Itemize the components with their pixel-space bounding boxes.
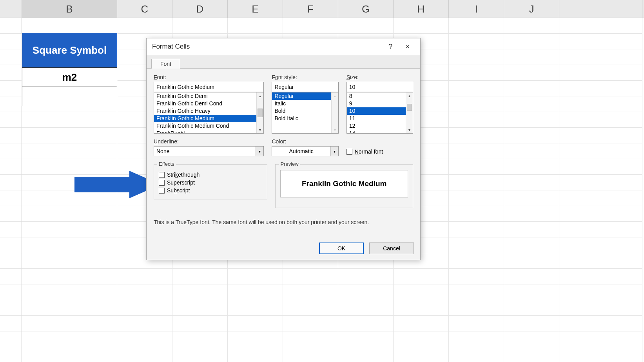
cell[interactable]	[504, 96, 559, 112]
cell[interactable]	[559, 175, 642, 190]
cell[interactable]	[283, 300, 338, 316]
cell[interactable]	[228, 300, 283, 316]
cell[interactable]	[228, 331, 283, 347]
cell[interactable]	[338, 331, 394, 347]
cell[interactable]	[117, 347, 172, 362]
list-item[interactable]: Franklin Gothic Medium	[154, 115, 256, 122]
cell[interactable]	[117, 331, 172, 347]
col-head-j[interactable]: J	[504, 0, 559, 18]
cell[interactable]	[22, 331, 117, 347]
cell[interactable]	[449, 18, 504, 34]
close-button[interactable]: ×	[399, 38, 416, 55]
cell[interactable]	[22, 143, 117, 159]
cell[interactable]	[559, 284, 642, 300]
cell[interactable]	[449, 49, 504, 65]
list-item[interactable]: Franklin Gothic Demi	[154, 92, 256, 100]
col-head-i[interactable]: I	[449, 0, 504, 18]
color-dropdown[interactable]: Automatic ▾	[272, 146, 338, 156]
cell[interactable]	[22, 128, 117, 143]
list-item[interactable]: 11	[347, 115, 406, 122]
font-scrollbar[interactable]: ▴ ▾	[256, 92, 263, 133]
cell[interactable]	[504, 222, 559, 237]
cell[interactable]	[559, 269, 642, 284]
cell[interactable]	[172, 284, 228, 300]
cell[interactable]	[504, 300, 559, 316]
cell[interactable]	[559, 143, 642, 159]
cell[interactable]	[283, 284, 338, 300]
cell[interactable]	[283, 347, 338, 362]
scroll-up-icon[interactable]: ▴	[332, 92, 338, 99]
cell[interactable]	[504, 253, 559, 269]
cell[interactable]	[283, 316, 338, 331]
cell[interactable]	[449, 159, 504, 175]
cell[interactable]	[559, 49, 642, 65]
cell[interactable]	[394, 269, 449, 284]
list-item[interactable]: 8	[347, 92, 406, 100]
cell[interactable]	[504, 128, 559, 143]
font-style-input[interactable]: Regular	[272, 82, 338, 92]
cell[interactable]	[449, 96, 504, 112]
cell[interactable]	[559, 128, 642, 143]
cell[interactable]	[394, 331, 449, 347]
cell[interactable]	[117, 18, 172, 34]
cell[interactable]	[504, 81, 559, 96]
chevron-down-icon[interactable]: ▾	[330, 147, 338, 156]
scroll-up-icon[interactable]: ▴	[257, 92, 263, 99]
list-item[interactable]: 14	[347, 130, 406, 133]
list-item[interactable]: Italic	[272, 100, 331, 107]
cell[interactable]	[449, 175, 504, 190]
font-list[interactable]: Franklin Gothic DemiFranklin Gothic Demi…	[154, 92, 264, 134]
cell[interactable]	[449, 284, 504, 300]
cell[interactable]	[504, 143, 559, 159]
subscript-checkbox[interactable]: Subscript	[159, 187, 262, 194]
list-item[interactable]: Bold	[272, 107, 331, 115]
scroll-up-icon[interactable]: ▴	[406, 92, 413, 99]
list-item[interactable]: 9	[347, 100, 406, 107]
cell[interactable]	[117, 300, 172, 316]
style-scrollbar[interactable]: ▴ ▾	[331, 92, 338, 133]
cell[interactable]	[338, 316, 394, 331]
cell[interactable]	[394, 316, 449, 331]
cell[interactable]	[559, 206, 642, 222]
cell[interactable]	[559, 331, 642, 347]
cell[interactable]	[394, 347, 449, 362]
cell[interactable]	[449, 81, 504, 96]
cell[interactable]	[559, 347, 642, 362]
list-item[interactable]: Franklin Gothic Demi Cond	[154, 100, 256, 107]
cell[interactable]	[559, 159, 642, 175]
cell[interactable]	[504, 269, 559, 284]
cell[interactable]	[338, 300, 394, 316]
cell[interactable]	[504, 347, 559, 362]
cell[interactable]	[228, 284, 283, 300]
superscript-checkbox[interactable]: Superscript	[159, 179, 262, 186]
cell-value[interactable]: m2	[22, 68, 117, 87]
list-item[interactable]: FrankRuehl	[154, 130, 256, 133]
cell[interactable]	[228, 347, 283, 362]
cell[interactable]	[22, 112, 117, 128]
col-head-f[interactable]: F	[283, 0, 338, 18]
size-list[interactable]: 8910111214 ▴ ▾	[346, 92, 413, 134]
cell[interactable]	[394, 300, 449, 316]
cell[interactable]	[504, 284, 559, 300]
cell[interactable]	[172, 316, 228, 331]
cell[interactable]	[559, 222, 642, 237]
cell[interactable]	[449, 269, 504, 284]
cell[interactable]	[449, 347, 504, 362]
size-scrollbar[interactable]: ▴ ▾	[406, 92, 413, 133]
list-item[interactable]: Franklin Gothic Heavy	[154, 107, 256, 115]
cell[interactable]	[559, 253, 642, 269]
dialog-titlebar[interactable]: Format Cells ? ×	[147, 38, 420, 55]
cell[interactable]	[504, 34, 559, 49]
list-item[interactable]: Bold Italic	[272, 115, 331, 122]
cell[interactable]	[22, 253, 117, 269]
cell[interactable]	[338, 18, 394, 34]
cell[interactable]	[22, 269, 117, 284]
cancel-button[interactable]: Cancel	[369, 243, 414, 254]
cell[interactable]	[504, 206, 559, 222]
cell[interactable]	[22, 222, 117, 237]
cell[interactable]	[504, 112, 559, 128]
cell[interactable]	[504, 159, 559, 175]
col-head-b[interactable]: B	[22, 0, 117, 18]
cell[interactable]	[449, 65, 504, 81]
cell-empty[interactable]	[22, 87, 117, 106]
